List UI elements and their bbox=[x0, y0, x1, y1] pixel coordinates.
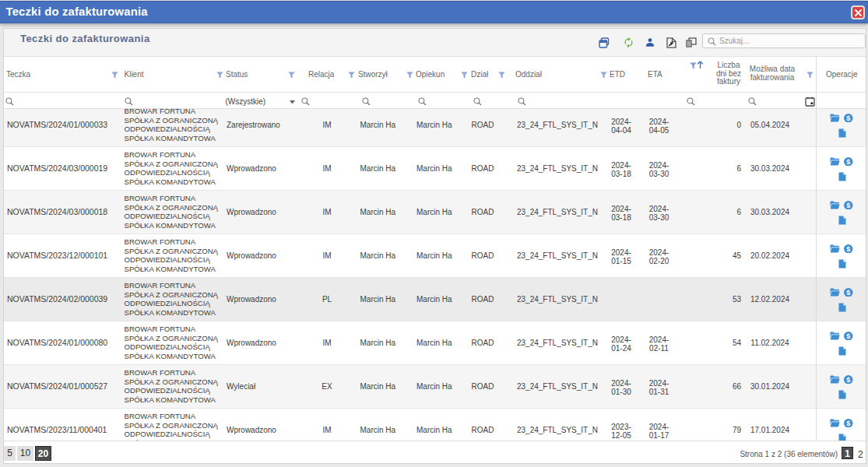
svg-text:$: $ bbox=[846, 419, 850, 427]
svg-text:$: $ bbox=[846, 288, 850, 296]
svg-text:$: $ bbox=[846, 332, 850, 339]
svg-text:$: $ bbox=[846, 201, 850, 209]
svg-text:$: $ bbox=[846, 114, 850, 121]
svg-text:$: $ bbox=[846, 157, 850, 165]
svg-text:$: $ bbox=[846, 375, 850, 383]
svg-text:$: $ bbox=[846, 244, 850, 252]
